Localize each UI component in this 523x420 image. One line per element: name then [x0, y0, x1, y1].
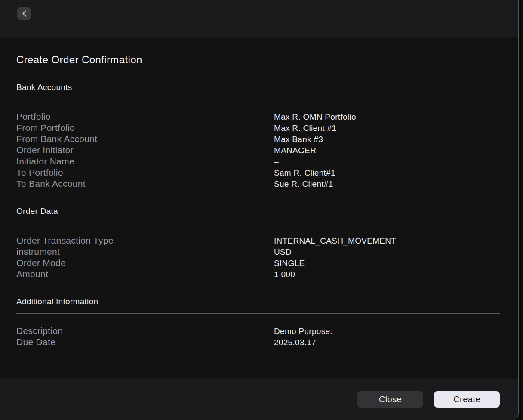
section-divider [16, 99, 500, 99]
field-value: – [274, 157, 279, 167]
dialog-content: Create Order Confirmation Bank Accounts … [0, 37, 518, 379]
field-label: Description [16, 326, 274, 336]
field-row-from-portfolio: From Portfolio Max R. Client #1 [16, 123, 500, 134]
section-additional-information: Additional Information Description Demo … [16, 297, 500, 348]
section-bank-accounts: Bank Accounts Portfolio Max R. OMN Portf… [16, 83, 500, 190]
field-value: Sam R. Client#1 [274, 168, 335, 178]
field-value: USD [274, 247, 292, 257]
field-label: Amount [16, 269, 274, 279]
footer-bar: Close Create [0, 379, 518, 420]
field-row-to-portfolio: To Portfolio Sam R. Client#1 [16, 167, 500, 179]
chevron-left-icon [22, 10, 27, 17]
section-divider [16, 313, 500, 314]
field-row-description: Description Demo Purpose. [16, 326, 500, 337]
section-order-data: Order Data Order Transaction Type INTERN… [16, 207, 500, 280]
field-value: Max R. OMN Portfolio [274, 112, 356, 122]
field-label: Initiator Name [16, 156, 274, 167]
field-value: MANAGER [274, 146, 316, 155]
field-label: instrument [16, 247, 274, 257]
field-label: Order Mode [16, 258, 274, 268]
section-rows: Portfolio Max R. OMN Portfolio From Port… [16, 111, 500, 190]
field-value: SINGLE [274, 259, 305, 268]
section-rows: Description Demo Purpose. Due Date 2025.… [16, 326, 500, 348]
field-label: Due Date [16, 337, 274, 347]
field-value: Max Bank #3 [274, 135, 323, 144]
field-label: From Portfolio [16, 123, 274, 133]
field-value: 1 000 [274, 270, 295, 279]
order-confirmation-panel: Create Order Confirmation Bank Accounts … [0, 0, 519, 420]
field-label: From Bank Account [16, 134, 274, 144]
page-title: Create Order Confirmation [16, 54, 500, 66]
field-row-initiator-name: Initiator Name – [16, 156, 500, 167]
back-button[interactable] [17, 7, 31, 20]
field-row-to-bank-account: To Bank Account Sue R. Client#1 [16, 179, 500, 190]
field-row-order-mode: Order Mode SINGLE [16, 258, 500, 269]
field-row-portfolio: Portfolio Max R. OMN Portfolio [16, 111, 500, 123]
field-label: Portfolio [16, 111, 274, 122]
close-button[interactable]: Close [357, 391, 423, 408]
field-value: Sue R. Client#1 [274, 179, 333, 189]
field-value: 2025.03.17 [274, 338, 316, 347]
field-label: Order Initiator [16, 145, 274, 155]
field-value: Demo Purpose. [274, 327, 332, 336]
section-title: Additional Information [16, 297, 500, 306]
field-label: Order Transaction Type [16, 235, 274, 246]
section-rows: Order Transaction Type INTERNAL_CASH_MOV… [16, 235, 500, 280]
field-row-order-transaction-type: Order Transaction Type INTERNAL_CASH_MOV… [16, 235, 500, 247]
field-label: To Portfolio [16, 167, 274, 178]
field-row-instrument: instrument USD [16, 247, 500, 258]
field-row-amount: Amount 1 000 [16, 269, 500, 280]
section-title: Order Data [16, 207, 500, 216]
field-row-due-date: Due Date 2025.03.17 [16, 337, 500, 348]
field-label: To Bank Account [16, 179, 274, 189]
field-row-order-initiator: Order Initiator MANAGER [16, 145, 500, 156]
field-value: Max R. Client #1 [274, 124, 336, 133]
field-row-from-bank-account: From Bank Account Max Bank #3 [16, 134, 500, 145]
section-title: Bank Accounts [16, 83, 500, 92]
create-button[interactable]: Create [434, 391, 500, 408]
field-value: INTERNAL_CASH_MOVEMENT [274, 236, 396, 246]
top-bar [0, 0, 518, 37]
section-divider [16, 223, 500, 223]
